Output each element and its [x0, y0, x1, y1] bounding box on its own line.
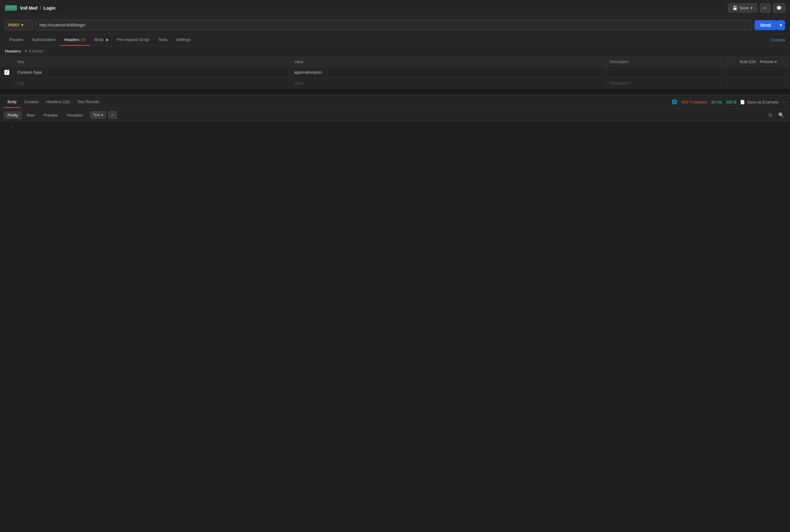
format-type-chevron: ▾ — [101, 113, 103, 117]
url-bar: POST ▾ Send ▾ — [0, 16, 790, 34]
response-section: Body Cookies Headers (10) Test Results 🌐… — [0, 95, 790, 532]
format-bar: Pretty Raw Preview Visualize Text ▾ ⇌ ⧉ … — [0, 109, 790, 121]
three-dots-icon[interactable]: ··· — [732, 60, 736, 64]
save-button[interactable]: 💾 Save ▾ — [728, 3, 757, 13]
url-input[interactable] — [35, 20, 752, 30]
response-tab-cookies[interactable]: Cookies — [20, 96, 42, 108]
request-tabs-bar: Params Authorization Headers (9) Body Pr… — [0, 34, 790, 46]
col-checkbox — [0, 57, 14, 67]
tab-settings[interactable]: Settings — [172, 34, 195, 46]
breadcrumb-parent: Voll Med — [20, 5, 38, 11]
col-description: Description — [606, 57, 728, 67]
row-checkbox-cell — [0, 67, 14, 78]
row-desc-cell[interactable] — [606, 67, 728, 78]
headers-hidden-badge: 👁 8 hidden — [24, 49, 43, 54]
comment-button[interactable]: 💬 — [773, 3, 785, 13]
presets-button[interactable]: Presets ▾ — [760, 59, 777, 64]
empty-action-cell — [728, 78, 790, 88]
format-type-label: Text — [93, 113, 100, 117]
format-tab-preview[interactable]: Preview — [40, 111, 61, 119]
http-badge: HTTP — [5, 5, 17, 11]
tab-params[interactable]: Params — [5, 34, 28, 46]
copy-button[interactable]: ⧉ — [767, 111, 774, 119]
empty-key-cell[interactable]: Key — [14, 78, 290, 88]
tab-authorization[interactable]: Authorization — [28, 34, 60, 46]
headers-table: Key Value Description ··· Bulk Edit Pres… — [0, 57, 790, 89]
search-button[interactable]: 🔍 — [776, 111, 786, 119]
status-size: 300 B — [726, 100, 736, 104]
col-key: Key — [14, 57, 290, 67]
col-actions: ··· Bulk Edit Presets ▾ — [728, 57, 790, 67]
code-line-1: 1 — [5, 125, 785, 130]
table-row: Content-Type application/json — [0, 67, 790, 78]
format-type-select[interactable]: Text ▾ — [90, 111, 106, 119]
col-value: Value — [290, 57, 606, 67]
save-icon: 💾 — [733, 5, 737, 10]
row-value-cell[interactable]: application/json — [290, 67, 606, 78]
row-key-cell[interactable]: Content-Type — [14, 67, 290, 78]
topbar-actions: 💾 Save ▾ ✏ 💬 — [728, 3, 785, 13]
method-label: POST — [8, 23, 19, 27]
eye-icon: 👁 — [24, 49, 28, 54]
bulk-edit-button[interactable]: Bulk Edit — [740, 59, 755, 64]
row-action-cell — [728, 67, 790, 78]
tab-tests[interactable]: Tests — [153, 34, 172, 46]
cookies-link[interactable]: Cookies — [770, 38, 785, 42]
tab-pre-request[interactable]: Pre-request Script — [113, 34, 154, 46]
body-active-dot — [106, 39, 108, 41]
status-time: 10 ms — [711, 100, 722, 104]
save-example-button[interactable]: 📄 Save as Example — [740, 100, 778, 104]
empty-value-cell[interactable]: Value — [290, 78, 606, 88]
response-tabs-bar: Body Cookies Headers (10) Test Results 🌐… — [0, 95, 790, 109]
status-code: 403 Forbidden — [681, 100, 707, 104]
response-tab-test-results[interactable]: Test Results — [74, 96, 103, 108]
save-dropdown-icon: ▾ — [751, 5, 753, 10]
breadcrumb-current: Login — [43, 5, 55, 11]
response-tab-headers[interactable]: Headers (10) — [42, 96, 74, 108]
method-chevron: ▾ — [21, 23, 23, 27]
send-button[interactable]: Send — [755, 20, 777, 30]
headers-section-title: Headers — [5, 49, 21, 54]
status-info: 🌐 403 Forbidden 10 ms 300 B 📄 Save as Ex… — [672, 99, 786, 105]
section-spacer — [0, 89, 790, 95]
headers-section-header: Headers 👁 8 hidden — [0, 46, 790, 57]
code-area: 1 — [0, 121, 790, 532]
breadcrumb: Voll Med / Login — [20, 5, 55, 11]
topbar: HTTP Voll Med / Login 💾 Save ▾ ✏ 💬 — [0, 0, 790, 16]
format-tab-raw[interactable]: Raw — [23, 111, 39, 119]
tab-body[interactable]: Body — [90, 34, 112, 46]
edit-button[interactable]: ✏ — [760, 3, 770, 13]
save-example-label: Save as Example — [747, 100, 778, 104]
wrap-button[interactable]: ⇌ — [108, 111, 117, 119]
tab-headers[interactable]: Headers (9) — [60, 34, 90, 46]
save-example-icon: 📄 — [740, 100, 745, 104]
more-options-button[interactable]: ··· — [782, 99, 786, 105]
empty-desc-cell[interactable]: Description — [606, 78, 728, 88]
save-label: Save — [739, 5, 749, 10]
empty-checkbox-cell — [0, 78, 14, 88]
headers-table-container: Key Value Description ··· Bulk Edit Pres… — [0, 57, 790, 89]
globe-icon: 🌐 — [672, 99, 677, 105]
line-number-1: 1 — [5, 125, 13, 130]
format-tab-visualize[interactable]: Visualize — [63, 111, 87, 119]
checkbox-checked[interactable] — [4, 70, 9, 75]
headers-count-badge: (9) — [80, 37, 86, 42]
table-row: Key Value Description — [0, 78, 790, 88]
response-tab-body[interactable]: Body — [4, 96, 20, 108]
send-dropdown-button[interactable]: ▾ — [777, 20, 785, 30]
format-tab-pretty[interactable]: Pretty — [4, 111, 22, 119]
format-actions-right: ⧉ 🔍 — [767, 111, 786, 119]
method-select[interactable]: POST ▾ — [5, 20, 33, 30]
